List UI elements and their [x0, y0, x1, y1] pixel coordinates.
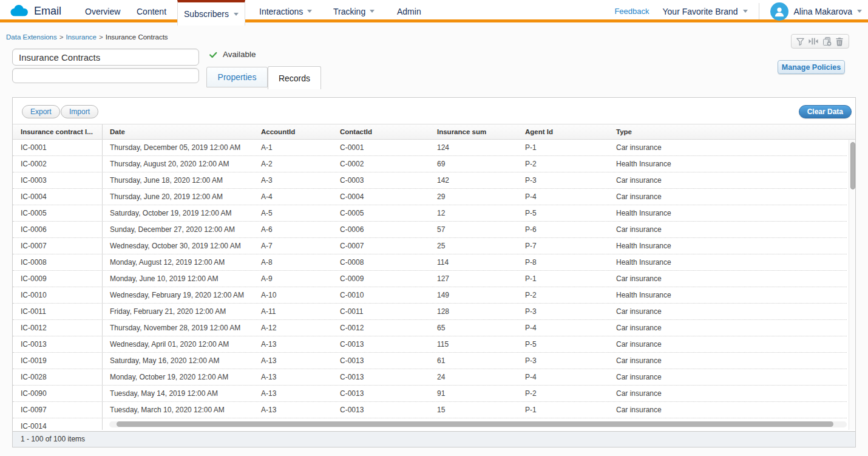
clear-data-button[interactable]: Clear Data: [799, 105, 852, 118]
cell-type: Health Insurance: [609, 156, 847, 172]
tab-label: Records: [279, 73, 310, 83]
cell-insurance-contract-id: IC-0007: [13, 238, 103, 254]
horizontal-scrollbar-thumb[interactable]: [117, 421, 833, 427]
cell-accountid: A-1: [254, 140, 333, 155]
cell-contactid: C-0010: [333, 287, 430, 303]
table-row[interactable]: IC-0006 Sunday, December 27, 2020 12:00 …: [13, 222, 847, 238]
nav-item-tracking[interactable]: Tracking: [333, 0, 375, 22]
cell-insurance-contract-id: IC-0006: [13, 222, 103, 237]
column-header-accountid: AccountId: [254, 124, 333, 139]
cell-insurance-sum: 69: [430, 156, 518, 172]
manage-policies-button[interactable]: Manage Policies: [778, 60, 845, 74]
cell-insurance-sum: 57: [430, 222, 518, 237]
table-row[interactable]: IC-0097 Tuesday, March 10, 2020 12:00 AM…: [13, 402, 847, 418]
cell-agent-id: P-4: [518, 369, 609, 385]
cell-type: Health Insurance: [609, 205, 847, 221]
cell-date: Tuesday, March 10, 2020 12:00 AM: [103, 402, 254, 418]
feedback-link[interactable]: Feedback: [614, 7, 649, 16]
cell-accountid: A-13: [254, 369, 333, 385]
cell-accountid: A-2: [254, 156, 333, 172]
cell-agent-id: P-3: [518, 304, 609, 319]
chevron-down-icon: [307, 10, 312, 13]
cell-accountid: A-8: [254, 254, 333, 270]
cell-accountid: A-13: [254, 386, 333, 401]
move-icon[interactable]: [809, 36, 818, 46]
cell-agent-id: P-5: [518, 336, 609, 352]
cell-insurance-contract-id: IC-0019: [13, 353, 103, 369]
name-input[interactable]: [12, 49, 199, 66]
cell-insurance-sum: 61: [430, 353, 518, 369]
cell-agent-id: P-3: [518, 353, 609, 369]
breadcrumb-link-data-extensions[interactable]: Data Extensions: [6, 33, 57, 41]
nav-item-label: Overview: [85, 7, 120, 16]
cell-insurance-sum: 128: [430, 304, 518, 319]
vertical-scrollbar-thumb[interactable]: [850, 142, 855, 189]
cell-accountid: A-5: [254, 205, 333, 221]
table-row[interactable]: IC-0013 Wednesday, April 01, 2020 12:00 …: [13, 336, 847, 353]
tab-records[interactable]: Records: [268, 66, 321, 89]
table-row[interactable]: IC-0004 Thursday, June 20, 2019 12:00 AM…: [13, 189, 847, 205]
cell-date: Sunday, December 27, 2020 12:00 AM: [103, 222, 254, 237]
import-button[interactable]: Import: [61, 105, 98, 118]
vertical-scrollbar[interactable]: [849, 140, 855, 430]
nav-item-overview[interactable]: Overview: [85, 0, 120, 22]
cell-insurance-sum: 127: [430, 271, 518, 287]
cell-contactid: C-0009: [333, 271, 430, 287]
table-row[interactable]: IC-0002 Thursday, August 20, 2020 12:00 …: [13, 156, 847, 172]
nav-item-label: Admin: [397, 7, 421, 16]
status-badge: Available: [209, 50, 256, 59]
cell-type: Car insurance: [609, 336, 847, 352]
cell-type: Car insurance: [609, 189, 847, 205]
cell-contactid: C-0005: [333, 205, 430, 221]
copy-icon[interactable]: [822, 36, 832, 46]
cell-agent-id: P-5: [518, 205, 609, 221]
export-button[interactable]: Export: [22, 105, 60, 118]
table-row[interactable]: IC-0001 Thursday, December 05, 2019 12:0…: [13, 140, 847, 156]
breadcrumb-current: Insurance Contracts: [106, 33, 168, 41]
cell-accountid: A-13: [254, 336, 333, 352]
cell-contactid: C-0001: [333, 140, 430, 155]
nav-item-label: Content: [137, 7, 166, 16]
table-row[interactable]: IC-0008 Monday, August 12, 2019 12:00 AM…: [13, 254, 847, 271]
brand-selector[interactable]: Your Favorite Brand: [663, 7, 748, 16]
table-row[interactable]: IC-0010 Wednesday, February 19, 2020 12:…: [13, 287, 847, 304]
cell-type: Car insurance: [609, 369, 847, 385]
page: Email Overview Content Subscribers Inter…: [0, 0, 868, 456]
cell-type: Health Insurance: [609, 254, 847, 270]
cell-insurance-contract-id: IC-0004: [13, 189, 103, 205]
cell-insurance-sum: 65: [430, 320, 518, 336]
cell-accountid: A-4: [254, 189, 333, 205]
column-header-agent-id: Agent Id: [518, 124, 609, 139]
delete-icon[interactable]: [835, 36, 844, 46]
table-row[interactable]: IC-0012 Thursday, November 28, 2019 12:0…: [13, 320, 847, 336]
table-row[interactable]: IC-0090 Tuesday, May 14, 2019 12:00 AM A…: [13, 386, 847, 402]
table-row[interactable]: IC-0007 Wednesday, October 30, 2019 12:0…: [13, 238, 847, 254]
description-input[interactable]: [12, 68, 199, 83]
horizontal-scrollbar[interactable]: [109, 421, 847, 427]
nav-item-subscribers[interactable]: Subscribers: [177, 0, 245, 26]
table-row[interactable]: IC-0011 Friday, February 21, 2020 12:00 …: [13, 304, 847, 320]
cell-insurance-sum: 115: [430, 336, 518, 352]
cell-type: Car insurance: [609, 140, 847, 155]
person-icon: [773, 5, 785, 18]
cell-insurance-sum: 142: [430, 172, 518, 188]
cell-agent-id: P-1: [518, 140, 609, 155]
table-row[interactable]: IC-0019 Saturday, May 16, 2020 12:00 AM …: [13, 353, 847, 369]
nav-item-content[interactable]: Content: [137, 0, 166, 22]
breadcrumb-link-insurance[interactable]: Insurance: [66, 33, 97, 41]
nav-item-admin[interactable]: Admin: [397, 0, 421, 22]
filter-icon[interactable]: [796, 36, 805, 46]
column-header-date: Date: [103, 124, 254, 139]
cell-type: Car insurance: [609, 304, 847, 319]
cell-accountid: A-12: [254, 320, 333, 336]
tab-properties[interactable]: Properties: [206, 67, 268, 87]
table-row[interactable]: IC-0009 Monday, June 10, 2019 12:00 AM A…: [13, 271, 847, 287]
table-row[interactable]: IC-0028 Monday, October 19, 2020 12:00 A…: [13, 369, 847, 386]
table-row[interactable]: IC-0005 Saturday, October 19, 2019 12:00…: [13, 205, 847, 222]
avatar[interactable]: [770, 2, 788, 21]
cell-date: Friday, February 21, 2020 12:00 AM: [103, 304, 254, 319]
user-menu[interactable]: Alina Makarova: [794, 7, 863, 16]
cell-date: Saturday, May 16, 2020 12:00 AM: [103, 353, 254, 369]
nav-item-interactions[interactable]: Interactions: [259, 0, 312, 22]
table-row[interactable]: IC-0003 Thursday, June 18, 2020 12:00 AM…: [13, 172, 847, 189]
